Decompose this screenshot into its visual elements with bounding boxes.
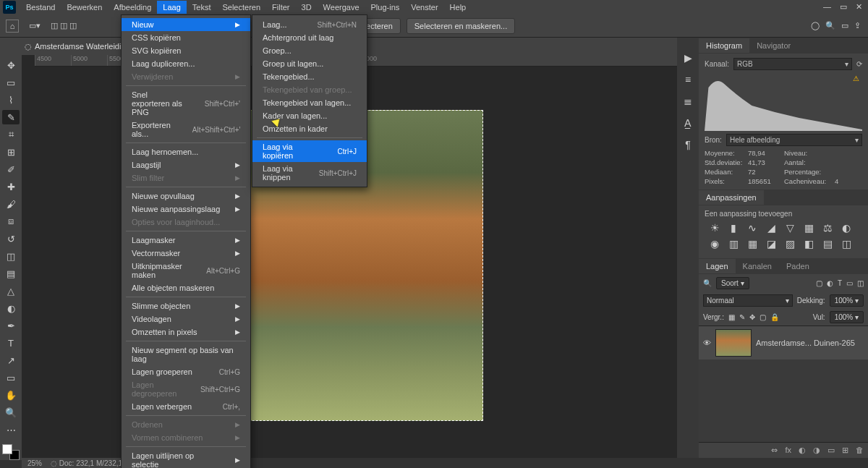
- path-tool[interactable]: ↗: [2, 353, 20, 367]
- menubar-item-weergave[interactable]: Weergave: [318, 1, 365, 14]
- invert-icon[interactable]: ◪: [764, 238, 778, 250]
- zoom-tool[interactable]: 🔍: [2, 405, 20, 420]
- selection-mode-icons[interactable]: ◫ ◫ ◫: [51, 21, 77, 30]
- shape-tool[interactable]: ▭: [2, 370, 20, 385]
- menu-item[interactable]: Achtergrond uit laag: [252, 31, 367, 44]
- layer-row[interactable]: 👁 Amsterdamse... Duinen-265: [699, 326, 868, 359]
- glyphs-icon[interactable]: ¶: [685, 139, 691, 150]
- cloud-icon[interactable]: ◯: [811, 21, 820, 30]
- minimize-icon[interactable]: —: [823, 2, 831, 12]
- menu-item[interactable]: Nieuw▶: [122, 18, 250, 31]
- bron-select[interactable]: Hele afbeelding▾: [726, 134, 862, 146]
- filter-adjust-icon[interactable]: ◐: [827, 279, 833, 287]
- move-tool[interactable]: ✥: [2, 58, 20, 72]
- kanaal-select[interactable]: RGB▾: [733, 58, 852, 70]
- lasso-tool[interactable]: ⌇: [2, 93, 20, 107]
- frame-tool[interactable]: ⊞: [2, 145, 20, 159]
- select-and-mask-button[interactable]: Selecteren en maskeren...: [407, 18, 515, 34]
- new-layer-icon[interactable]: ⊞: [842, 446, 848, 455]
- filter-select[interactable]: Soort ▾: [716, 277, 749, 289]
- search-icon[interactable]: 🔍: [703, 279, 712, 287]
- menubar-item-selecteren[interactable]: Selecteren: [216, 1, 266, 14]
- menubar-item-laag[interactable]: Laag: [157, 1, 186, 14]
- menu-item[interactable]: Tekengebied...: [252, 70, 367, 83]
- lock-all-icon[interactable]: 🔒: [770, 313, 779, 321]
- mask-icon[interactable]: ◐: [799, 446, 806, 455]
- filter-smart-icon[interactable]: ◫: [857, 279, 864, 287]
- layer-name[interactable]: Amsterdamse... Duinen-265: [756, 339, 855, 347]
- dodge-tool[interactable]: ◐: [2, 301, 20, 315]
- exposure-icon[interactable]: ◢: [764, 222, 778, 234]
- marquee-tool[interactable]: ▭: [2, 75, 20, 90]
- search-icon[interactable]: 🔍: [825, 21, 835, 30]
- menu-item[interactable]: Exporteren als...Alt+Shift+Ctrl+': [122, 119, 250, 140]
- character-icon[interactable]: A̲: [684, 117, 692, 129]
- selective-color-icon[interactable]: ◫: [839, 238, 854, 250]
- menu-item[interactable]: Laag...Shift+Ctrl+N: [252, 18, 367, 31]
- menu-item[interactable]: Nieuwe aanpassingslaag▶: [122, 203, 250, 216]
- home-icon[interactable]: ⌂: [6, 20, 19, 33]
- menu-item[interactable]: Laagstijl▶: [122, 158, 250, 171]
- dekking-value[interactable]: 100% ▾: [830, 294, 864, 307]
- tab-navigator[interactable]: Navigator: [749, 38, 798, 53]
- menu-item[interactable]: Laag via kopiërenCtrl+J: [252, 140, 367, 162]
- menu-item[interactable]: Laagmasker▶: [122, 234, 250, 247]
- lookup-icon[interactable]: ▦: [745, 238, 760, 250]
- lock-position-icon[interactable]: ✥: [749, 313, 755, 321]
- vul-value[interactable]: 100% ▾: [830, 311, 864, 323]
- menu-item[interactable]: Tekengebied van lagen...: [252, 96, 367, 109]
- menu-item[interactable]: Alle objecten maskeren: [122, 281, 250, 294]
- stamp-tool[interactable]: ⧇: [2, 214, 20, 229]
- eraser-tool[interactable]: ◫: [2, 249, 20, 263]
- adjustment-layer-icon[interactable]: ◑: [813, 446, 820, 455]
- menu-item[interactable]: Groep...: [252, 44, 367, 57]
- share-icon[interactable]: ⇪: [854, 21, 861, 30]
- posterize-icon[interactable]: ▨: [783, 238, 797, 250]
- menu-item[interactable]: Lagen groeperenCtrl+G: [122, 365, 250, 378]
- menubar-item-bestand[interactable]: Bestand: [20, 1, 61, 14]
- menu-item[interactable]: Laag via knippenShift+Ctrl+J: [252, 162, 367, 184]
- channel-mixer-icon[interactable]: ▥: [726, 238, 741, 250]
- menu-item[interactable]: Nieuwe opvullaag▶: [122, 190, 250, 203]
- vibrance-icon[interactable]: ▽: [783, 222, 797, 234]
- link-icon[interactable]: ⇔: [771, 446, 778, 455]
- laag-menu[interactable]: Nieuw▶CSS kopiërenSVG kopiërenLaag dupli…: [121, 14, 251, 468]
- tab-paden[interactable]: Paden: [779, 259, 817, 273]
- pen-tool[interactable]: ✒: [2, 318, 20, 333]
- sliders-icon[interactable]: ≡: [685, 74, 691, 85]
- workspace-icon[interactable]: ▭: [841, 21, 848, 30]
- menu-item[interactable]: Uitknipmasker makenAlt+Ctrl+G: [122, 260, 250, 281]
- menubar-item-plug-ins[interactable]: Plug-ins: [365, 1, 406, 14]
- menu-item[interactable]: Kader van lagen...: [252, 109, 367, 122]
- tab-histogram[interactable]: Histogram: [699, 38, 749, 53]
- threshold-icon[interactable]: ◧: [801, 238, 816, 250]
- quick-selection-tool[interactable]: ✎: [2, 110, 20, 124]
- crop-tool[interactable]: ⌗: [2, 127, 20, 142]
- lock-artboard-icon[interactable]: ▢: [760, 313, 766, 321]
- gradient-tool[interactable]: ▤: [2, 266, 20, 281]
- eyedropper-tool[interactable]: ✐: [2, 162, 20, 176]
- maximize-icon[interactable]: ▭: [840, 2, 847, 12]
- color-balance-icon[interactable]: ⚖: [820, 222, 835, 234]
- menu-item[interactable]: Nieuw segment op basis van laag: [122, 344, 250, 365]
- bw-icon[interactable]: ◐: [839, 222, 854, 234]
- levels-icon[interactable]: ▮: [726, 222, 741, 234]
- menu-item[interactable]: Laag hernoemen...: [122, 145, 250, 158]
- menu-item[interactable]: Omzetten in pixels▶: [122, 326, 250, 339]
- menu-item[interactable]: Lagen verbergenCtrl+,: [122, 400, 250, 413]
- hue-icon[interactable]: ▦: [801, 222, 816, 234]
- edit-toolbar[interactable]: ⋯: [2, 422, 20, 437]
- tool-preset-icon[interactable]: ▭▾: [29, 21, 41, 30]
- tab-kanalen[interactable]: Kanalen: [736, 259, 779, 273]
- menu-item[interactable]: Slimme objecten▶: [122, 299, 250, 312]
- menu-item[interactable]: Videolagen▶: [122, 312, 250, 326]
- brush-tool[interactable]: 🖌: [2, 197, 20, 211]
- menubar-item-filter[interactable]: Filter: [266, 1, 295, 14]
- filter-shape-icon[interactable]: ▭: [846, 279, 853, 287]
- curves-icon[interactable]: ∿: [745, 222, 760, 234]
- menu-item[interactable]: Lagen uitlijnen op selectie▶: [122, 449, 250, 468]
- warning-icon[interactable]: ⚠: [853, 75, 859, 82]
- tab-aanpassingen[interactable]: Aanpassingen: [699, 190, 764, 205]
- menubar-item-tekst[interactable]: Tekst: [187, 1, 217, 14]
- menu-item[interactable]: SVG kopiëren: [122, 44, 250, 57]
